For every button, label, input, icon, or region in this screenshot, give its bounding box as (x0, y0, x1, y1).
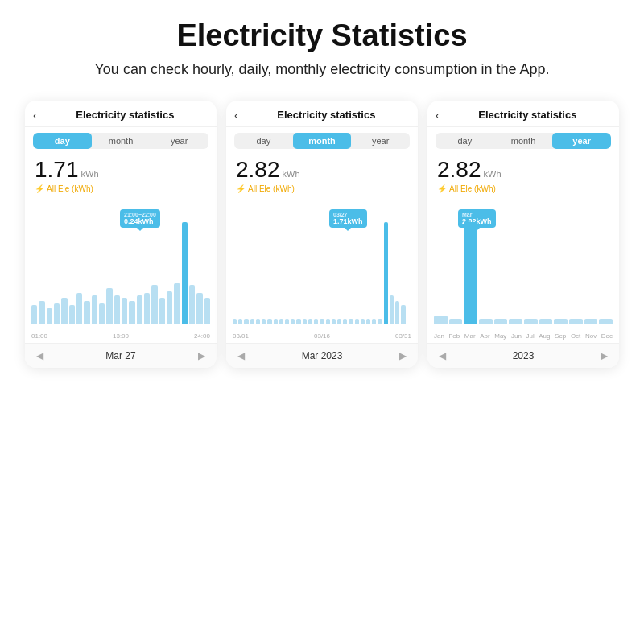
tab-day-month[interactable]: month (92, 133, 151, 149)
tab-month-month[interactable]: month (293, 133, 352, 149)
bar (296, 319, 300, 324)
top-bar-year: ‹ Electricity statistics (427, 101, 619, 127)
x-label: 03/01 (233, 332, 249, 340)
nav-label-day: Mar 27 (105, 350, 135, 361)
back-arrow-month[interactable]: ‹ (234, 109, 238, 122)
bar (326, 319, 330, 324)
bar (320, 319, 324, 324)
bar (314, 319, 318, 324)
bar (122, 298, 127, 324)
bar (343, 319, 347, 324)
bar (539, 319, 553, 324)
bars-month (233, 222, 411, 324)
tab-year-day[interactable]: day (436, 133, 494, 149)
x-label: 03/31 (395, 332, 411, 340)
nav-label-year: 2023 (513, 350, 535, 361)
bar (279, 319, 283, 324)
bar (189, 285, 195, 324)
bar (434, 316, 448, 324)
bar (256, 319, 260, 324)
tab-day-year[interactable]: year (150, 133, 208, 149)
bar (599, 319, 613, 324)
tab-month-year[interactable]: year (351, 133, 410, 149)
bar (106, 288, 112, 324)
bar (137, 295, 142, 324)
stat-value-year: 2.82 kWh (427, 149, 619, 183)
bar (337, 319, 341, 324)
stat-unit-month: kWh (283, 169, 300, 179)
bar (159, 298, 165, 324)
phone-card-year: ‹ Electricity statistics day month year … (427, 101, 619, 368)
tab-row-year: day month year (436, 133, 611, 149)
nav-prev-year[interactable]: ◀ (439, 350, 446, 361)
nav-label-month: Mar 2023 (302, 350, 343, 361)
nav-next-month[interactable]: ▶ (399, 350, 407, 361)
tab-year-year[interactable]: year (552, 133, 611, 149)
lightning-icon-day: ⚡ (35, 184, 44, 193)
bar (372, 319, 376, 324)
x-label: Dec (601, 332, 613, 340)
bar (524, 319, 538, 324)
top-bar-month: ‹ Electricity statistics (226, 101, 418, 127)
stat-value-day: 1.71 kWh (25, 149, 217, 183)
bar (84, 301, 89, 324)
bar (76, 293, 82, 324)
bar (238, 319, 242, 324)
bar (69, 305, 75, 324)
stat-label-year: ⚡ All Ele (kWh) (427, 183, 619, 198)
page-wrapper: Electricity Statistics You can check hou… (0, 0, 644, 368)
bar (332, 319, 336, 324)
back-arrow-day[interactable]: ‹ (33, 109, 37, 122)
stat-number-day: 1.71 (35, 157, 79, 183)
top-bar-day: ‹ Electricity statistics (25, 101, 217, 127)
bar (569, 319, 583, 324)
stat-number-year: 2.82 (437, 157, 481, 183)
tab-row-day: day month year (33, 133, 208, 149)
phone-title-year: Electricity statistics (444, 109, 611, 121)
bar (129, 301, 134, 324)
bar (303, 319, 307, 324)
bar (99, 303, 105, 324)
x-label: Apr (480, 332, 489, 340)
tooltip-label-day: 21:00~22:00 (124, 212, 156, 217)
stat-label-day: ⚡ All Ele (kWh) (25, 183, 217, 198)
nav-prev-day[interactable]: ◀ (36, 350, 43, 361)
page-title: Electricity Statistics (32, 19, 612, 53)
bar (61, 298, 67, 324)
bar (151, 285, 157, 324)
bar (233, 319, 237, 324)
x-label: Aug (539, 332, 550, 340)
nav-next-year[interactable]: ▶ (601, 350, 608, 361)
page-subtitle: You can check hourly, daily, monthly ele… (32, 60, 612, 80)
x-label: 03/16 (314, 332, 330, 340)
bar (291, 319, 295, 324)
bar (267, 319, 271, 324)
nav-next-day[interactable]: ▶ (198, 350, 205, 361)
phone-card-day: ‹ Electricity statistics day month year … (25, 101, 217, 368)
stat-unit-day: kWh (81, 169, 99, 179)
bar (361, 319, 365, 324)
x-label: 24:00 (194, 332, 210, 340)
stat-value-month: 2.82 kWh (226, 149, 418, 183)
bar (244, 319, 248, 324)
bar (262, 319, 266, 324)
nav-prev-month[interactable]: ◀ (237, 350, 245, 361)
x-label: Jul (526, 332, 534, 340)
lightning-icon-year: ⚡ (437, 184, 447, 193)
x-label: Jan (434, 332, 444, 340)
chart-month: 03/27 1.71kWh (226, 198, 418, 343)
tab-day-day[interactable]: day (33, 133, 92, 149)
header-section: Electricity Statistics You can check hou… (0, 0, 644, 93)
back-arrow-year[interactable]: ‹ (436, 109, 440, 122)
bar (174, 283, 180, 324)
bar (554, 319, 568, 324)
bar (92, 295, 97, 324)
bars-day (31, 222, 210, 324)
tab-year-month[interactable]: month (494, 133, 553, 149)
bar (401, 305, 405, 324)
nav-row-day: ◀ Mar 27 ▶ (25, 343, 217, 368)
tab-row-month: day month year (234, 133, 410, 149)
tab-month-day[interactable]: day (234, 133, 293, 149)
bar-peak (182, 222, 188, 324)
lightning-icon-month: ⚡ (236, 184, 246, 193)
